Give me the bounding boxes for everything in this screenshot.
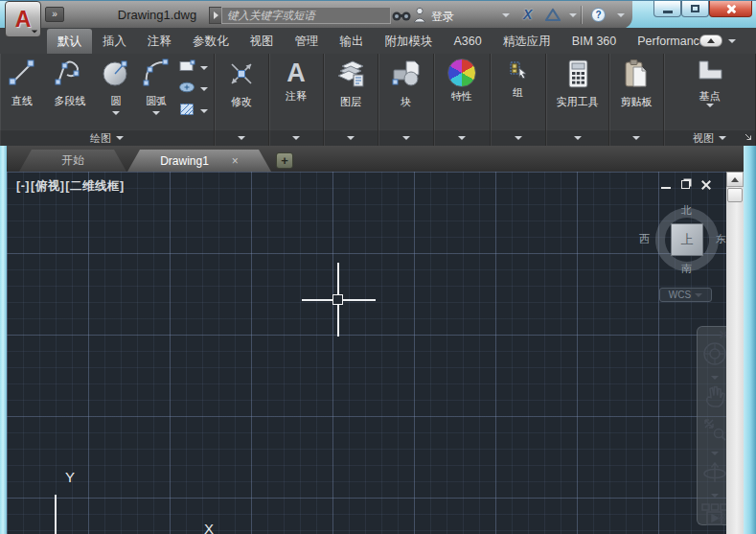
block-button[interactable]: 块 [378,54,433,129]
viewport-visual-style-control[interactable]: [二维线框] [65,179,124,193]
navbar-close-icon[interactable] [719,330,726,338]
arc-dropdown-icon[interactable] [152,111,160,115]
base-point-dropdown-icon[interactable] [706,104,714,107]
orbit-dropdown-icon[interactable] [711,494,719,498]
expand-panel-icon [574,136,582,140]
compass-west-label[interactable]: 西 [639,232,650,246]
ribbon-tab-view[interactable]: 视图 [240,29,285,54]
minimize-button[interactable] [653,1,681,17]
application-menu-button[interactable]: A [5,1,41,37]
hatch-tool-button[interactable] [178,102,212,121]
hatch-dropdown-icon[interactable] [200,109,208,113]
a360-dropdown-icon[interactable] [569,13,577,17]
base-point-label: 基点 [699,89,721,104]
autodesk-exchange-icon[interactable]: X [523,7,532,22]
block-icon [390,58,423,93]
utilities-button[interactable]: 实用工具 [546,54,608,129]
compass-south-label[interactable]: 南 [681,262,692,276]
help-dropdown-icon[interactable] [617,13,625,17]
restore-button[interactable] [681,1,709,17]
modify-button[interactable]: 修改 [215,54,268,129]
close-button[interactable] [709,1,752,17]
annotate-button[interactable]: A 注释 [269,54,323,129]
line-tool-button[interactable]: 直线 [2,54,42,129]
search-binoculars-icon[interactable] [391,9,412,22]
panel-properties-expander[interactable] [434,129,490,146]
scroll-up-button[interactable] [726,172,744,187]
viewport-view-control[interactable]: [俯视] [31,179,64,193]
file-tab-drawing1[interactable]: Drawing1 × [127,150,271,172]
viewcube-top-face[interactable]: 上 [671,223,703,256]
a360-icon[interactable] [545,8,561,22]
panel-layers-expander[interactable] [324,129,378,146]
ribbon-tab-default[interactable]: 默认 [47,29,92,54]
pan-hand-icon[interactable] [702,384,727,411]
base-point-button[interactable]: 基点 [664,54,755,129]
viewport-controls: [-][俯视][二维线框] [16,178,126,195]
ribbon-tab-annotate[interactable]: 注释 [137,29,182,54]
ribbon-tab-bim360[interactable]: BIM 360 [561,29,628,54]
quick-access-overflow-button[interactable]: » [45,7,64,22]
doc-close-icon[interactable] [700,179,711,190]
new-drawing-tab-button[interactable]: + [276,152,293,169]
window-controls [653,1,752,17]
vertical-scrollbar[interactable] [726,172,744,534]
panel-view-expander[interactable]: 视图 [664,129,755,146]
group-label: 组 [513,85,523,100]
panel-utilities-expander[interactable] [546,129,608,146]
ellipse-tool-button[interactable] [178,81,212,98]
ribbon-tab-a360[interactable]: A360 [444,29,493,54]
polyline-tool-button[interactable]: 多段线 [44,54,96,129]
panel-modify-expander[interactable] [215,129,268,146]
drawing-canvas[interactable]: [-][俯视][二维线框] 上 北 西 东 南 WCS [7,172,726,534]
compass-north-label[interactable]: 北 [681,203,692,218]
ribbon-tab-manage[interactable]: 管理 [285,29,330,54]
rectangle-tool-button[interactable] [178,59,212,77]
expand-panel-icon [515,136,522,140]
arc-tool-label: 圆弧 [146,94,167,108]
wcs-menu[interactable]: WCS [659,288,712,302]
ellipse-dropdown-icon[interactable] [200,87,208,91]
circle-dropdown-icon[interactable] [112,111,120,115]
ribbon-tab-output[interactable]: 输出 [330,29,375,54]
doc-minimize-icon[interactable] [661,187,671,190]
properties-button[interactable]: 特性 [434,54,490,129]
viewport-minimize-control[interactable]: [-] [16,179,30,193]
zoom-dropdown-icon[interactable] [711,452,719,455]
ribbon-minimize-dropdown-icon[interactable] [728,39,736,43]
circle-tool-button[interactable]: 圆 [98,54,134,129]
layers-button[interactable]: 图层 [324,54,378,129]
orbit-icon[interactable] [701,460,727,489]
ribbon-minimize-button[interactable] [699,35,722,47]
compass-east-label[interactable]: 东 [716,232,726,246]
sign-in-button[interactable]: 登录 [431,9,454,25]
steering-wheel-icon[interactable] [700,340,727,371]
search-input[interactable] [221,7,391,24]
ribbon-tab-parametric[interactable]: 参数化 [182,29,240,54]
panel-annotate-expander[interactable] [269,129,323,146]
file-tab-start[interactable]: 开始 [19,150,126,172]
panel-block-expander[interactable] [378,129,433,146]
doc-restore-icon[interactable] [681,180,690,189]
arc-tool-button[interactable]: 圆弧 [136,54,176,129]
steering-wheel-dropdown-icon[interactable] [711,376,719,380]
file-tab-bar: 开始 Drawing1 × + [0,146,756,172]
navbar-customize-icon[interactable] [718,513,726,522]
panel-draw-expander[interactable]: 绘图 [0,129,214,146]
rectangle-dropdown-icon[interactable] [200,66,208,70]
panel-group-expander[interactable] [491,129,545,146]
scrollbar-thumb[interactable] [727,188,743,202]
dialog-launcher-icon[interactable] [745,131,752,143]
ribbon-tab-insert[interactable]: 插入 [92,29,137,54]
help-button[interactable]: ? [591,8,606,22]
clipboard-label: 剪贴板 [621,95,653,109]
panel-clipboard-expander[interactable] [609,129,663,146]
tab-close-icon[interactable]: × [232,154,239,168]
group-button[interactable]: 组 [491,54,545,129]
ribbon-tab-addins[interactable]: 附加模块 [375,29,444,54]
search-go-button[interactable] [209,7,221,24]
ribbon-tab-featured-apps[interactable]: 精选应用 [493,29,561,54]
clipboard-button[interactable]: 剪贴板 [609,54,663,129]
zoom-extents-icon[interactable] [701,416,727,447]
sign-in-dropdown-icon[interactable] [502,13,510,17]
